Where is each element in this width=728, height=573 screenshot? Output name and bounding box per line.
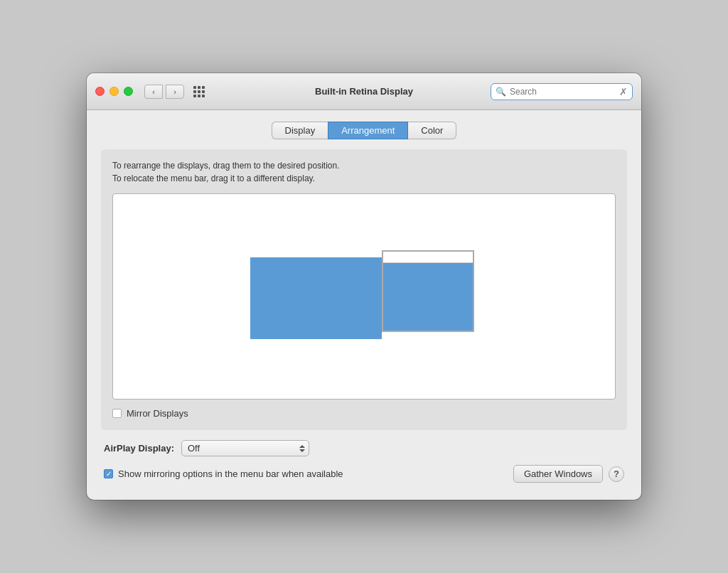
monitor-secondary[interactable] xyxy=(382,250,474,332)
bottom-section: AirPlay Display: Off On ✓ xyxy=(101,430,627,486)
window-title: Built-in Retina Display xyxy=(315,86,413,97)
mirror-row: Mirror Displays xyxy=(112,408,616,419)
search-clear-icon[interactable]: ✗ xyxy=(619,86,628,97)
back-button[interactable]: ‹ xyxy=(144,85,163,99)
main-window: ‹ › Built-in Retina Display 🔍 ✗ xyxy=(87,73,641,500)
grid-icon xyxy=(193,86,205,97)
airplay-row: AirPlay Display: Off On xyxy=(104,440,624,456)
tab-bar: Display Arrangement Color xyxy=(101,122,627,139)
airplay-label: AirPlay Display: xyxy=(104,443,174,454)
mirroring-right: Gather Windows ? xyxy=(513,465,624,483)
close-button[interactable] xyxy=(95,87,105,96)
mirroring-left: ✓ Show mirroring options in the menu bar… xyxy=(104,468,343,479)
tab-arrangement[interactable]: Arrangement xyxy=(328,122,408,139)
traffic-lights xyxy=(95,87,133,96)
monitors-container xyxy=(250,250,478,343)
content-area: Display Arrangement Color To rearrange t… xyxy=(87,110,641,500)
arrangement-panel: To rearrange the displays, drag them to … xyxy=(101,149,627,430)
nav-buttons: ‹ › xyxy=(144,85,184,99)
titlebar: ‹ › Built-in Retina Display 🔍 ✗ xyxy=(87,73,641,110)
display-arrangement-area[interactable] xyxy=(112,193,616,400)
forward-button[interactable]: › xyxy=(166,85,184,99)
mirror-label: Mirror Displays xyxy=(127,408,188,419)
apps-button[interactable] xyxy=(190,84,208,100)
minimize-button[interactable] xyxy=(109,87,119,96)
airplay-select[interactable]: Off On xyxy=(181,440,309,456)
mirroring-checkbox[interactable]: ✓ xyxy=(104,469,113,478)
mirroring-label: Show mirroring options in the menu bar w… xyxy=(118,468,343,479)
monitor-secondary-screen xyxy=(383,263,473,331)
menubar-indicator xyxy=(383,252,473,263)
maximize-button[interactable] xyxy=(124,87,133,96)
monitor-main[interactable] xyxy=(250,257,382,339)
search-input[interactable] xyxy=(510,87,616,97)
help-button[interactable]: ? xyxy=(609,466,624,482)
search-icon: 🔍 xyxy=(496,87,506,97)
instruction-text: To rearrange the displays, drag them to … xyxy=(112,159,616,185)
checkmark-icon: ✓ xyxy=(106,471,112,478)
mirroring-row: ✓ Show mirroring options in the menu bar… xyxy=(104,465,624,483)
tab-display[interactable]: Display xyxy=(272,122,328,139)
tab-color[interactable]: Color xyxy=(408,122,456,139)
airplay-select-wrapper: Off On xyxy=(181,440,309,456)
search-box: 🔍 ✗ xyxy=(491,83,633,100)
gather-windows-button[interactable]: Gather Windows xyxy=(513,465,603,483)
mirror-checkbox[interactable] xyxy=(112,409,122,418)
